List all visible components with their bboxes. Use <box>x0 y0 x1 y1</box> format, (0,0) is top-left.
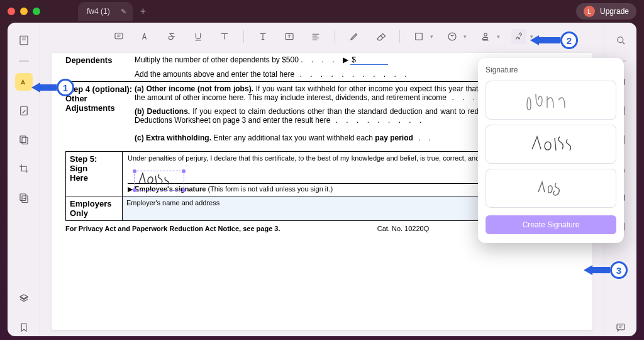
employer-name-field[interactable]: Employer's name and address <box>123 196 502 220</box>
placed-signature[interactable] <box>136 169 180 188</box>
underline-tool-icon[interactable] <box>191 29 206 44</box>
signature-option-3[interactable] <box>486 169 616 208</box>
annotate-tool-icon[interactable] <box>15 73 33 91</box>
redact-icon[interactable] <box>15 189 33 207</box>
svg-point-10 <box>448 33 456 40</box>
edit-page-icon[interactable] <box>15 102 33 120</box>
divider <box>19 60 29 62</box>
crop-icon[interactable] <box>15 160 33 178</box>
strike-tool-icon[interactable] <box>164 29 179 44</box>
dollar-field[interactable]: $ <box>350 55 388 65</box>
signature-option-2[interactable] <box>486 125 616 164</box>
step5-title: Step 5: <box>70 154 118 164</box>
minimize-window-icon[interactable] <box>20 8 28 15</box>
svg-rect-5 <box>20 194 26 201</box>
erase-tool-icon[interactable] <box>445 29 460 44</box>
signature-tool-icon[interactable] <box>511 29 526 44</box>
annotation-toolbar: ▾ ▾ ▾ ▾ <box>40 23 604 50</box>
dependents-label: Dependents <box>65 55 135 79</box>
note-tool-icon[interactable] <box>111 29 126 44</box>
avatar: L <box>584 6 595 17</box>
textbox-tool-icon[interactable] <box>282 29 297 44</box>
document-tab[interactable]: fw4 (1) ✎ <box>78 2 133 21</box>
app-panel: ▾ ▾ ▾ ▾ Dependents Multiply the number o… <box>8 23 636 336</box>
svg-rect-7 <box>115 33 123 39</box>
tab-title: fw4 (1) <box>87 7 110 16</box>
highlight-tool-icon[interactable] <box>138 29 153 44</box>
signature-option-1[interactable] <box>486 81 616 120</box>
left-sidebar <box>8 23 40 336</box>
pencil-tool-icon[interactable] <box>347 29 362 44</box>
svg-rect-4 <box>22 137 28 144</box>
shape-tool-icon[interactable] <box>411 29 426 44</box>
svg-rect-9 <box>415 33 422 40</box>
svg-rect-2 <box>20 106 27 115</box>
chevron-down-icon[interactable]: ▾ <box>497 33 500 40</box>
window-controls <box>8 8 40 15</box>
eraser-tool-icon[interactable] <box>373 29 388 44</box>
chevron-down-icon[interactable]: ▾ <box>530 33 533 40</box>
text-tool-icon[interactable] <box>255 29 270 44</box>
svg-rect-18 <box>617 324 625 330</box>
upgrade-label: Upgrade <box>600 7 629 16</box>
search-icon[interactable] <box>612 31 630 49</box>
svg-rect-3 <box>20 136 26 143</box>
rename-tab-icon[interactable]: ✎ <box>121 8 126 16</box>
signature-popover: Signature Create Signature <box>478 58 624 243</box>
step4-label: Step 4 (optional): Other Adjustments <box>65 84 135 142</box>
svg-point-11 <box>484 33 487 37</box>
popover-title: Signature <box>486 65 616 74</box>
bookmark-icon[interactable] <box>15 319 33 336</box>
titlebar: fw4 (1) ✎ + L Upgrade <box>0 0 644 23</box>
upgrade-button[interactable]: L Upgrade <box>576 3 636 20</box>
page-manager-icon[interactable] <box>15 131 33 149</box>
align-tool-icon[interactable] <box>308 29 323 44</box>
svg-rect-6 <box>22 196 28 203</box>
svg-rect-0 <box>20 36 28 45</box>
close-window-icon[interactable] <box>8 8 15 15</box>
maximize-window-icon[interactable] <box>33 8 40 15</box>
text-insert-tool-icon[interactable] <box>217 29 232 44</box>
chevron-down-icon[interactable]: ▾ <box>430 33 433 40</box>
new-tab-button[interactable]: + <box>140 6 146 17</box>
svg-rect-1 <box>20 85 26 86</box>
svg-point-12 <box>617 37 623 43</box>
thumbnails-icon[interactable] <box>15 31 33 49</box>
stamp-tool-icon[interactable] <box>478 29 493 44</box>
create-signature-button[interactable]: Create Signature <box>486 215 616 234</box>
layers-icon[interactable] <box>15 290 33 307</box>
comments-icon[interactable] <box>612 319 630 336</box>
chevron-down-icon[interactable]: ▾ <box>464 33 467 40</box>
